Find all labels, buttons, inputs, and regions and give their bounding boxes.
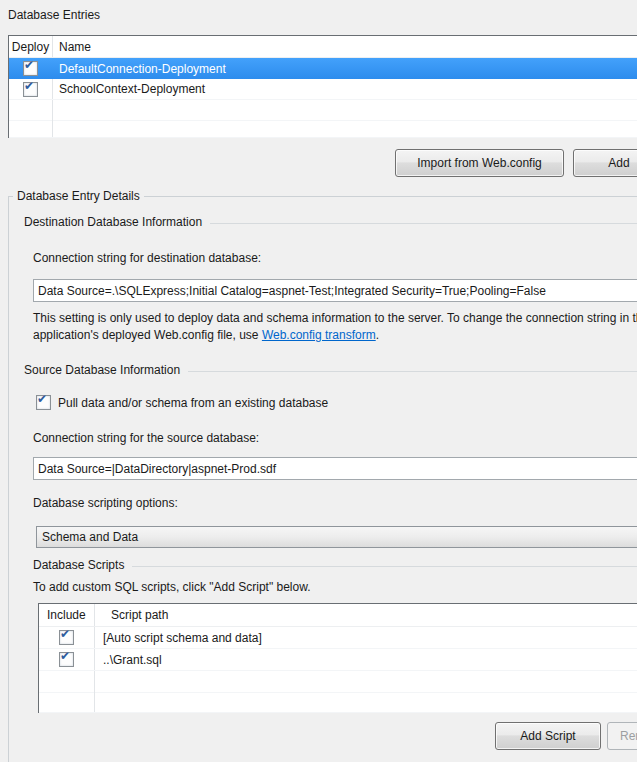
header-name[interactable]: Name: [52, 36, 637, 57]
destination-section-label: Destination Database Information: [24, 215, 202, 229]
remove-button[interactable]: Remove: [607, 722, 637, 750]
empty-row: [39, 693, 637, 713]
entries-grid-header: Deploy Name: [9, 36, 637, 58]
dest-conn-input[interactable]: [33, 279, 637, 302]
source-section-header: Source Database Information: [24, 363, 637, 377]
dest-conn-help-text: This setting is only used to deploy data…: [33, 310, 637, 344]
database-entries-label: Database Entries: [8, 8, 100, 22]
pull-schema-checkbox[interactable]: ✔: [36, 395, 51, 410]
include-cell: ✔: [39, 649, 94, 670]
entries-table-row[interactable]: ✔SchoolContext-Deployment: [9, 79, 637, 100]
deploy-checkbox[interactable]: ✔: [23, 82, 38, 97]
empty-row: [9, 121, 637, 138]
check-icon: ✔: [60, 628, 70, 641]
scripting-options-select[interactable]: Schema and Data: [36, 526, 637, 548]
help-line-2-prefix: application's deployed Web.config file, …: [33, 328, 262, 342]
scripting-options-value: Schema and Data: [42, 530, 138, 544]
empty-row: [39, 671, 637, 693]
section-divider-line: [210, 223, 637, 224]
check-icon: ✔: [37, 393, 47, 406]
help-line-2: application's deployed Web.config file, …: [33, 327, 637, 344]
entry-name: SchoolContext-Deployment: [52, 79, 637, 99]
header-include[interactable]: Include: [39, 604, 102, 626]
include-checkbox[interactable]: ✔: [59, 630, 74, 645]
src-conn-input[interactable]: [33, 457, 637, 480]
help-line-1: This setting is only used to deploy data…: [33, 310, 637, 327]
source-section-label: Source Database Information: [24, 363, 180, 377]
check-icon: ✔: [60, 650, 70, 663]
pull-schema-label: Pull data and/or schema from an existing…: [58, 396, 328, 410]
entries-grid: Deploy Name ✔DefaultConnection-Deploymen…: [8, 35, 637, 138]
empty-row: [9, 100, 637, 121]
scripts-section-header: Database Scripts: [33, 558, 637, 572]
header-deploy[interactable]: Deploy: [9, 36, 52, 57]
entry-name: DefaultConnection-Deployment: [52, 58, 637, 79]
script-path: [Auto script schema and data]: [94, 627, 637, 648]
details-groupbox-label: Database Entry Details: [13, 189, 144, 203]
scripts-table-row[interactable]: ✔..\Grant.sql: [39, 649, 637, 671]
deploy-cell: ✔: [9, 58, 52, 79]
add-script-button[interactable]: Add Script: [495, 722, 601, 750]
deploy-cell: ✔: [9, 79, 52, 99]
scripting-options-label: Database scripting options:: [33, 496, 178, 510]
dest-conn-label: Connection string for destination databa…: [33, 251, 261, 265]
entries-table-row[interactable]: ✔DefaultConnection-Deployment: [9, 58, 637, 79]
scripts-grid: Include Script path ✔[Auto script schema…: [38, 603, 637, 713]
src-conn-label: Connection string for the source databas…: [33, 431, 259, 445]
deploy-checkbox[interactable]: ✔: [23, 61, 38, 76]
include-cell: ✔: [39, 627, 94, 648]
header-script-path[interactable]: Script path: [102, 604, 637, 626]
scripts-hint: To add custom SQL scripts, click "Add Sc…: [33, 580, 311, 594]
include-checkbox[interactable]: ✔: [59, 652, 74, 667]
add-button[interactable]: Add: [573, 149, 637, 177]
scripts-section-label: Database Scripts: [33, 558, 124, 572]
section-divider-line: [188, 371, 637, 372]
scripts-grid-header: Include Script path: [39, 604, 637, 627]
script-path: ..\Grant.sql: [94, 649, 637, 670]
check-icon: ✔: [24, 80, 34, 93]
scripts-table-row[interactable]: ✔[Auto script schema and data]: [39, 627, 637, 649]
package-publish-sql-pane: Database Entries Deploy Name ✔DefaultCon…: [0, 0, 637, 762]
import-webconfig-button[interactable]: Import from Web.config: [395, 149, 564, 177]
check-icon: ✔: [24, 59, 34, 72]
pull-schema-row: ✔ Pull data and/or schema from an existi…: [36, 395, 328, 410]
section-divider-line: [132, 566, 637, 567]
webconfig-transform-link[interactable]: Web.config transform: [262, 328, 376, 342]
destination-section-header: Destination Database Information: [24, 215, 637, 229]
help-line-2-suffix: .: [376, 328, 379, 342]
